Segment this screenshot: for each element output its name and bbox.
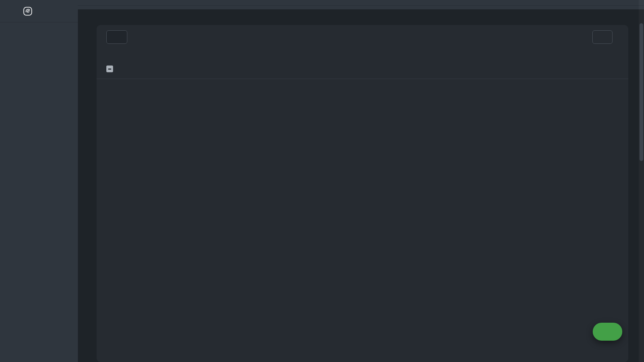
crowdin-logo-icon	[23, 6, 33, 16]
table-header	[97, 60, 628, 79]
main-area	[78, 0, 644, 362]
sidebar-nav	[0, 22, 78, 27]
sidebar	[0, 0, 78, 362]
toolbar	[97, 25, 628, 44]
plus-icon	[599, 328, 608, 336]
topbar	[78, 0, 644, 6]
crowdin-logo[interactable]	[23, 6, 36, 16]
search-box	[136, 33, 592, 41]
permissions-dropdown[interactable]	[592, 30, 613, 44]
filter-chips-row	[97, 44, 628, 51]
scrollbar-thumb[interactable]	[640, 23, 643, 161]
content	[78, 9, 644, 362]
logo-row	[0, 0, 78, 22]
toolbar-actions	[592, 30, 623, 44]
hamburger-menu-icon[interactable]	[9, 7, 17, 15]
filter-button[interactable]	[106, 30, 127, 44]
filter-icon	[112, 34, 118, 40]
invite-users-button[interactable]	[593, 323, 622, 341]
column-header-status[interactable]	[361, 67, 404, 73]
app-root	[0, 0, 644, 362]
select-all-checkbox[interactable]	[106, 66, 113, 72]
chevron-down-icon	[602, 34, 608, 40]
search-input[interactable]	[147, 34, 304, 40]
users-card	[97, 25, 628, 362]
tab-bar	[78, 6, 644, 9]
column-settings-icon[interactable]	[615, 66, 623, 74]
vertical-scrollbar[interactable]	[639, 0, 644, 362]
search-icon	[136, 33, 143, 41]
sort-desc-icon[interactable]	[365, 67, 371, 73]
